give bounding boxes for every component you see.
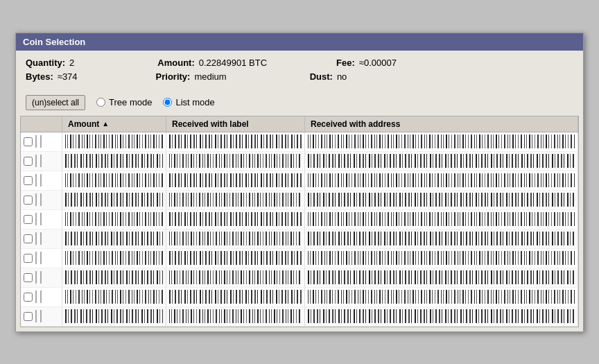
row-address-cell <box>305 210 578 229</box>
quantity-field: Quantity: 2 <box>26 58 74 68</box>
row-label-cell <box>166 171 305 190</box>
row-checkbox[interactable] <box>24 196 33 205</box>
row-address-cell <box>305 268 578 287</box>
row-checkbox[interactable] <box>24 254 33 263</box>
fee-field: Fee: ≈0.00007 <box>336 58 397 68</box>
row-amount-cell <box>62 249 166 268</box>
amount-value: 0.22849901 BTC <box>199 58 267 68</box>
row-checkbox-cell[interactable] <box>21 288 62 306</box>
row-address-cell <box>305 171 578 190</box>
table-row <box>21 171 578 191</box>
row-checkbox-cell[interactable] <box>21 268 62 287</box>
amount-label: Amount: <box>157 58 194 68</box>
row-checkbox[interactable] <box>24 157 33 166</box>
table-row <box>21 191 578 210</box>
row-label-cell <box>166 307 305 326</box>
sort-arrow-icon: ▲ <box>102 120 109 128</box>
th-amount-label: Amount <box>68 119 99 129</box>
row-checkbox[interactable] <box>24 312 33 321</box>
coin-selection-window: Coin Selection Quantity: 2 Amount: 0.228… <box>15 33 584 332</box>
fee-value: ≈0.00007 <box>359 58 397 68</box>
row-amount-cell <box>62 152 166 171</box>
row-checkbox-cell[interactable] <box>21 210 62 229</box>
row-address-cell <box>305 288 578 306</box>
row-checkbox-cell[interactable] <box>21 249 62 268</box>
row-amount-cell <box>62 210 166 229</box>
row-checkbox-cell[interactable] <box>21 191 62 209</box>
row-checkbox[interactable] <box>24 176 33 185</box>
th-checkbox <box>21 116 62 132</box>
table-row <box>21 268 578 288</box>
dust-value: no <box>337 71 347 82</box>
fee-label: Fee: <box>336 58 355 68</box>
priority-value: medium <box>194 71 226 82</box>
list-mode-label[interactable]: List mode <box>175 97 214 107</box>
info-row-2: Bytes: ≈374 Priority: medium Dust: no <box>26 71 573 82</box>
table-row <box>21 249 578 268</box>
info-section: Quantity: 2 Amount: 0.22849901 BTC Fee: … <box>16 51 583 91</box>
row-checkbox-cell[interactable] <box>21 171 62 190</box>
row-amount-cell <box>62 132 166 151</box>
row-checkbox[interactable] <box>24 293 33 302</box>
th-label-text: Received with label <box>172 119 249 129</box>
row-amount-cell <box>62 268 166 287</box>
tree-mode-label[interactable]: Tree mode <box>109 97 152 107</box>
row-checkbox-cell[interactable] <box>21 307 62 326</box>
priority-field: Priority: medium <box>156 71 227 82</box>
list-mode-radio[interactable] <box>163 98 172 107</box>
row-label-cell <box>166 249 305 268</box>
row-checkbox-cell[interactable] <box>21 152 62 171</box>
dust-field: Dust: no <box>310 71 347 82</box>
row-amount-cell <box>62 288 166 306</box>
row-amount-cell <box>62 307 166 326</box>
row-amount-cell <box>62 229 166 248</box>
row-address-cell <box>305 307 578 326</box>
table-row <box>21 288 578 307</box>
tree-mode-radio[interactable] <box>96 98 105 107</box>
table-body <box>21 132 578 327</box>
row-checkbox[interactable] <box>24 273 33 282</box>
row-checkbox[interactable] <box>24 215 33 224</box>
tree-mode-group: Tree mode <box>96 97 152 107</box>
row-label-cell <box>166 288 305 306</box>
bytes-value: ≈374 <box>58 71 78 82</box>
row-address-cell <box>305 132 578 151</box>
dust-label: Dust: <box>310 71 333 82</box>
title-bar: Coin Selection <box>16 33 583 51</box>
table-row <box>21 229 578 249</box>
amount-field: Amount: 0.22849901 BTC <box>157 58 267 68</box>
row-label-cell <box>166 210 305 229</box>
row-label-cell <box>166 132 305 151</box>
list-mode-group: List mode <box>163 97 214 107</box>
row-checkbox[interactable] <box>24 234 33 243</box>
row-label-cell <box>166 152 305 171</box>
th-received-address[interactable]: Received with address <box>305 116 578 132</box>
bytes-label: Bytes: <box>26 71 53 82</box>
row-label-cell <box>166 229 305 248</box>
row-label-cell <box>166 268 305 287</box>
table-row <box>21 210 578 229</box>
row-address-cell <box>305 152 578 171</box>
table-header: Amount ▲ Received with label Received wi… <box>21 116 578 132</box>
row-amount-cell <box>62 171 166 190</box>
row-address-cell <box>305 229 578 248</box>
table-row <box>21 152 578 171</box>
row-address-cell <box>305 249 578 268</box>
row-checkbox[interactable] <box>24 137 33 146</box>
row-label-cell <box>166 191 305 209</box>
row-checkbox-cell[interactable] <box>21 229 62 248</box>
window-title: Coin Selection <box>23 37 85 47</box>
row-checkbox-cell[interactable] <box>21 132 62 151</box>
row-amount-cell <box>62 191 166 209</box>
quantity-value: 2 <box>69 58 74 68</box>
th-received-label[interactable]: Received with label <box>166 116 305 132</box>
row-address-cell <box>305 191 578 209</box>
quantity-label: Quantity: <box>26 58 65 68</box>
th-address-text: Received with address <box>311 119 400 129</box>
unselect-all-button[interactable]: (un)select all <box>26 95 85 110</box>
controls-row: (un)select all Tree mode List mode <box>16 91 583 116</box>
info-row-1: Quantity: 2 Amount: 0.22849901 BTC Fee: … <box>26 58 573 68</box>
table-row <box>21 132 578 152</box>
bytes-field: Bytes: ≈374 <box>26 71 78 82</box>
th-amount[interactable]: Amount ▲ <box>62 116 166 132</box>
